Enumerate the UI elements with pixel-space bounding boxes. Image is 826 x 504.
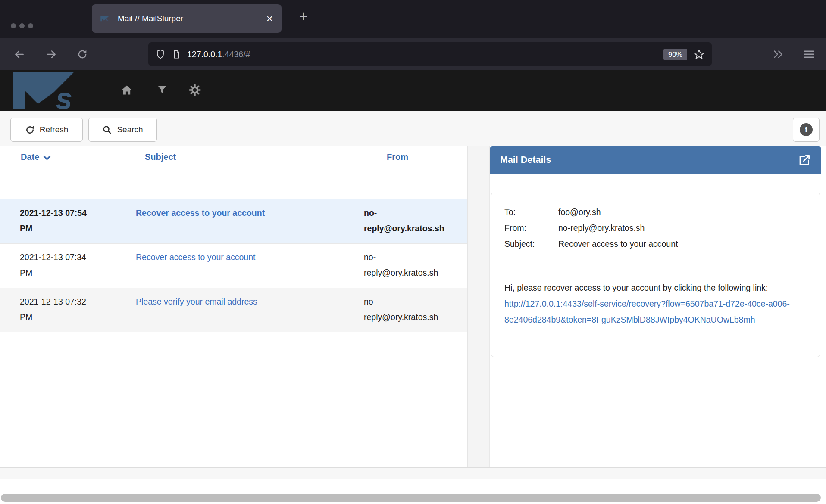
window-controls — [11, 23, 33, 28]
mail-from: no-reply@ory.kratos.sh — [358, 249, 467, 282]
refresh-button[interactable]: Refresh — [10, 118, 83, 142]
back-icon[interactable] — [12, 47, 27, 62]
svg-text:s: s — [56, 82, 72, 110]
sort-chevron-down-icon — [43, 152, 51, 161]
menu-hamburger-icon[interactable] — [802, 47, 817, 62]
forward-icon[interactable] — [44, 47, 59, 62]
home-icon[interactable] — [120, 84, 133, 96]
mail-body: Hi, please recover access to your accoun… — [504, 280, 807, 328]
from-value: no-reply@ory.kratos.sh — [558, 220, 645, 236]
mail-details-title: Mail Details — [500, 155, 798, 165]
recovery-link[interactable]: http://127.0.0.1:4433/self-service/recov… — [504, 299, 790, 324]
mail-date: 2021-12-13 07:34 PM — [0, 249, 129, 282]
tab-close-icon[interactable]: × — [266, 13, 273, 24]
mail-row[interactable]: 2021-12-13 07:32 PM Please verify your e… — [0, 288, 467, 332]
zoom-level-badge[interactable]: 90% — [663, 49, 687, 60]
mail-from: no-reply@ory.kratos.sh — [358, 205, 467, 237]
detail-field-subject: Subject: Recover access to your account — [504, 236, 807, 252]
bookmark-star-icon[interactable] — [693, 49, 705, 60]
overflow-chevrons-icon[interactable] — [771, 47, 785, 62]
subject-label: Subject: — [504, 236, 558, 252]
mail-details-card: To: foo@ory.sh From: no-reply@ory.kratos… — [491, 193, 820, 357]
mail-subject-link[interactable]: Please verify your email address — [136, 297, 257, 306]
mail-date: 2021-12-13 07:54 PM — [0, 205, 129, 237]
details-divider — [504, 267, 807, 267]
app-header: s — [0, 70, 826, 111]
tab-favicon-mailslurper-icon: s — [100, 16, 112, 22]
shield-icon[interactable] — [155, 49, 166, 60]
detail-field-to: To: foo@ory.sh — [504, 204, 807, 220]
main-content: Date Subject From 2021-12-13 07:54 PM Re… — [0, 146, 826, 467]
to-value: foo@ory.sh — [558, 204, 601, 220]
mail-row[interactable]: 2021-12-13 07:34 PM Recover access to yo… — [0, 243, 467, 288]
info-icon: i — [800, 123, 813, 136]
mail-details-header: Mail Details — [490, 146, 821, 174]
column-header-subject: Subject — [129, 152, 358, 177]
url-text: 127.0.0.1:4436/# — [187, 50, 250, 59]
mail-from: no-reply@ory.kratos.sh — [358, 294, 467, 326]
mail-list-header: Date Subject From — [0, 146, 467, 177]
from-label: From: — [504, 220, 558, 236]
bottom-strip — [0, 467, 826, 479]
mail-details-panel: Mail Details To: foo@ory.sh From: no-rep… — [490, 146, 821, 467]
open-external-icon[interactable] — [798, 154, 811, 167]
mail-list-panel: Date Subject From 2021-12-13 07:54 PM Re… — [0, 146, 468, 467]
tab-title: Mail // MailSlurper — [118, 14, 260, 23]
search-button[interactable]: Search — [88, 118, 157, 142]
horizontal-scrollbar-thumb[interactable] — [1, 494, 821, 502]
browser-tab[interactable]: s Mail // MailSlurper × — [92, 4, 282, 33]
url-bar[interactable]: 127.0.0.1:4436/# 90% — [148, 42, 712, 66]
column-header-from: From — [358, 152, 467, 177]
to-label: To: — [504, 204, 558, 220]
mail-row[interactable]: 2021-12-13 07:54 PM Recover access to yo… — [0, 199, 467, 243]
info-button[interactable]: i — [793, 118, 820, 142]
mailslurper-logo: s — [12, 71, 96, 110]
search-icon — [102, 125, 112, 135]
settings-gear-icon[interactable] — [188, 84, 201, 96]
reload-icon[interactable] — [75, 47, 90, 62]
browser-navbar: 127.0.0.1:4436/# 90% — [0, 38, 826, 70]
detail-field-from: From: no-reply@ory.kratos.sh — [504, 220, 807, 236]
mail-date: 2021-12-13 07:32 PM — [0, 294, 129, 326]
column-header-date[interactable]: Date — [0, 152, 129, 177]
refresh-icon — [25, 125, 35, 135]
subject-value: Recover access to your account — [558, 236, 678, 252]
mail-subject-link[interactable]: Recover access to your account — [136, 252, 255, 262]
filter-funnel-icon[interactable] — [156, 84, 169, 96]
mail-subject-link[interactable]: Recover access to your account — [136, 208, 265, 218]
browser-tab-bar: s Mail // MailSlurper × + — [0, 0, 826, 38]
page-info-icon[interactable] — [172, 49, 181, 59]
panel-divider — [468, 146, 490, 467]
svg-text:s: s — [106, 18, 109, 22]
app-toolbar: Refresh Search i — [0, 111, 826, 146]
new-tab-button[interactable]: + — [299, 8, 308, 25]
